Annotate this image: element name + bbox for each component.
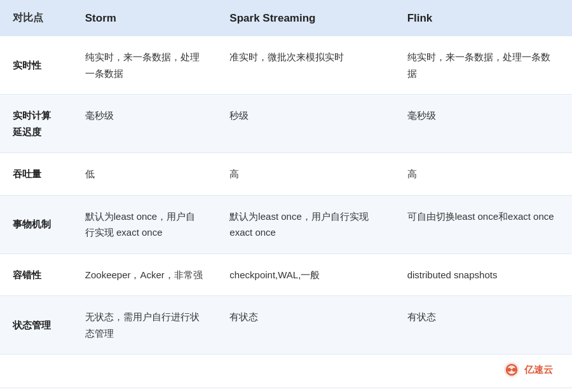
row-flink: 纯实时，来一条数据，处理一条数据 (395, 36, 572, 95)
table-row: 吞吐量低高高 (0, 153, 572, 196)
row-spark: 有状态 (217, 296, 394, 355)
row-flink: 有状态 (395, 296, 572, 355)
row-label: 吞吐量 (0, 153, 72, 196)
table-row: 事物机制默认为least once，用户自行实现 exact once默认为le… (0, 195, 572, 253)
row-flink: 可自由切换least once和exact once (395, 195, 572, 253)
row-spark: checkpoint,WAL,一般 (217, 253, 394, 296)
comparison-table: 对比点 Storm Spark Streaming Flink 实时性纯实时，来… (0, 0, 572, 388)
header-col1: 对比点 (0, 0, 72, 36)
row-flink: 毫秒级 (395, 95, 572, 153)
svg-point-3 (512, 368, 516, 372)
header-col4: Flink (395, 0, 572, 36)
row-storm: 默认为least once，用户自行实现 exact once (72, 195, 217, 253)
row-storm: 无状态，需用户自行进行状态管理 (72, 296, 217, 355)
table-row: 容错性Zookeeper，Acker，非常强checkpoint,WAL,一般d… (0, 253, 572, 296)
svg-point-2 (507, 368, 511, 372)
table-row: 实时性纯实时，来一条数据，处理一条数据准实时，微批次来模拟实时纯实时，来一条数据… (0, 36, 572, 95)
row-label: 实时性 (0, 36, 72, 95)
row-storm: 毫秒级 (72, 95, 217, 153)
row-spark: 准实时，微批次来模拟实时 (217, 36, 394, 95)
row-storm: 纯实时，来一条数据，处理一条数据 (72, 36, 217, 95)
row-label: 容错性 (0, 253, 72, 296)
footer-cell: 亿速云 (0, 355, 572, 388)
row-label: 事物机制 (0, 195, 72, 253)
row-spark: 高 (217, 153, 394, 196)
table-header-row: 对比点 Storm Spark Streaming Flink (0, 0, 572, 36)
row-storm: Zookeeper，Acker，非常强 (72, 253, 217, 296)
row-spark: 秒级 (217, 95, 394, 153)
header-col3: Spark Streaming (217, 0, 394, 36)
row-spark: 默认为least once，用户自行实现 exact once (217, 195, 394, 253)
row-label: 状态管理 (0, 296, 72, 355)
row-label: 实时计算延迟度 (0, 95, 72, 153)
brand-logo: 亿速云 (13, 361, 559, 379)
row-flink: distributed snapshots (395, 253, 572, 296)
table-row: 状态管理无状态，需用户自行进行状态管理有状态有状态 (0, 296, 572, 355)
brand-icon (503, 361, 521, 379)
table-row: 实时计算延迟度毫秒级秒级毫秒级 (0, 95, 572, 153)
comparison-table-wrapper: 对比点 Storm Spark Streaming Flink 实时性纯实时，来… (0, 0, 572, 388)
header-col2: Storm (72, 0, 217, 36)
row-storm: 低 (72, 153, 217, 196)
brand-name: 亿速云 (524, 362, 553, 378)
footer-row: 亿速云 (0, 355, 572, 388)
row-flink: 高 (395, 153, 572, 196)
